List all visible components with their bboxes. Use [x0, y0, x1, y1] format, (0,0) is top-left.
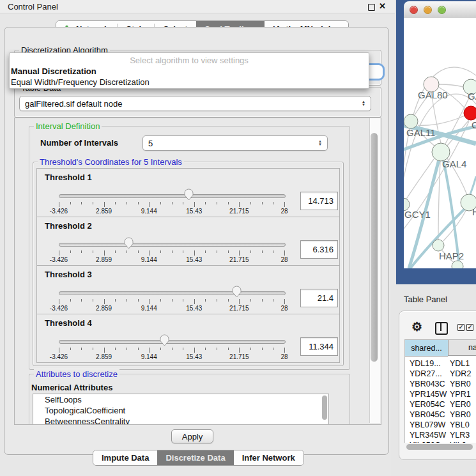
bottom-tabbar: Impute DataDiscretize DataInfer Network — [93, 450, 304, 466]
tab-impute-data[interactable]: Impute Data — [93, 450, 157, 465]
settings-scrollbar-thumb[interactable] — [371, 133, 378, 362]
tab-discretize-data[interactable]: Discretize Data — [157, 450, 233, 465]
tick-label: 2.859 — [96, 305, 112, 312]
tick-label: 9.144 — [141, 208, 157, 215]
table-hscrollbar-thumb[interactable] — [406, 444, 473, 450]
threshold-slider-track[interactable] — [59, 340, 286, 344]
settings-viewport: Interval Definition Number of Intervals … — [14, 118, 381, 425]
minor-tick — [273, 250, 273, 253]
threshold-value-field[interactable]: 14.713 — [300, 192, 338, 210]
attribute-list-item[interactable]: BetweennessCentrality — [33, 416, 328, 425]
minor-tick — [70, 202, 71, 204]
major-tick — [59, 250, 59, 256]
threshold-slider-track[interactable] — [59, 291, 286, 295]
popup-item-manual-discretization[interactable]: Manual Discretization — [11, 66, 96, 76]
threshold-slider-handle[interactable] — [232, 286, 242, 298]
checkbox-icon[interactable]: ✓ — [466, 324, 473, 331]
table-data-combobox[interactable]: galFiltered.sif default node ▲▼ — [19, 96, 371, 111]
network-node[interactable] — [404, 114, 418, 128]
threshold-value-field[interactable]: 21.4 — [300, 289, 338, 307]
minor-tick — [250, 348, 251, 350]
major-tick — [149, 299, 150, 304]
minor-tick — [93, 202, 93, 204]
minor-tick — [127, 202, 127, 204]
minimize-traffic-light-icon[interactable] — [424, 6, 432, 14]
table-cell[interactable]: YBR045C — [410, 410, 445, 419]
threshold-slider-track[interactable] — [59, 194, 286, 198]
major-tick — [104, 348, 105, 353]
network-node[interactable] — [433, 240, 444, 251]
network-canvas[interactable]: GAL80GACGAL11GAL4GCY1HHAP2 — [404, 18, 476, 268]
major-tick — [104, 250, 105, 256]
minor-tick — [160, 299, 161, 302]
table-cell[interactable]: YPR145W — [410, 390, 447, 399]
minor-tick — [205, 299, 206, 302]
num-intervals-label: Number of Intervals — [40, 138, 118, 148]
table-cell[interactable]: YBR0 — [450, 410, 471, 419]
table-cell[interactable]: YBR0 — [450, 380, 471, 388]
table-cell[interactable]: YBL079W — [410, 420, 445, 429]
attribute-list-item[interactable]: SelfLoops — [33, 394, 328, 405]
zoom-traffic-light-icon[interactable] — [438, 6, 446, 14]
threshold-label: Threshold 1 — [45, 173, 92, 182]
threshold-slider-handle[interactable] — [184, 188, 194, 201]
table-cell[interactable]: YIL0 — [450, 441, 466, 443]
close-traffic-light-icon[interactable] — [410, 6, 418, 14]
minor-tick — [115, 250, 116, 253]
float-window-icon[interactable] — [368, 4, 375, 11]
minor-tick — [172, 250, 173, 253]
table-cell[interactable]: YPR1 — [450, 390, 471, 399]
node-label: C — [472, 119, 476, 130]
tick-label: 21.715 — [229, 305, 249, 312]
table-cell[interactable]: YDR2 — [450, 369, 471, 378]
apply-button[interactable]: Apply — [171, 429, 213, 443]
major-tick — [194, 299, 195, 304]
minor-tick — [160, 348, 161, 350]
network-node[interactable] — [464, 106, 476, 120]
attribute-list-item[interactable]: TopologicalCoefficient — [33, 405, 328, 416]
minor-tick — [70, 299, 71, 302]
teal-edge — [443, 160, 459, 261]
table-cell[interactable]: YDR27... — [410, 369, 442, 378]
column-header-name[interactable]: na — [448, 340, 476, 356]
table-cell[interactable]: YBL0 — [450, 420, 470, 429]
close-icon[interactable]: ✕ — [379, 1, 386, 11]
threshold-value-field[interactable]: 11.344 — [300, 337, 338, 356]
minor-tick — [183, 299, 183, 302]
threshold-slider-track[interactable] — [59, 243, 286, 247]
node-table[interactable]: shared... na YDL19...YDL1YDR27...YDR2YBR… — [404, 339, 476, 443]
popup-item-equal-width[interactable]: Equal Width/Frequency Discretization — [11, 77, 150, 87]
minor-tick — [183, 202, 183, 204]
table-cell[interactable]: YLR3 — [450, 431, 470, 440]
minor-tick — [172, 299, 173, 302]
split-columns-icon[interactable] — [435, 322, 448, 335]
table-data-combobox-value: galFiltered.sif default node — [25, 99, 359, 109]
table-cell[interactable]: YLR345W — [410, 431, 446, 440]
table-cell[interactable]: YDL1 — [450, 359, 470, 368]
checkbox-icon[interactable]: ✓ — [457, 324, 464, 331]
attributes-list-scrollbar[interactable] — [322, 395, 327, 420]
table-cell[interactable]: YBR043C — [410, 380, 445, 388]
minor-tick — [250, 250, 251, 253]
table-cell[interactable]: YDL19... — [410, 359, 441, 368]
node-label: GA — [468, 91, 476, 102]
tab-infer-network[interactable]: Infer Network — [234, 450, 303, 465]
tick-label: 2.859 — [96, 353, 112, 360]
table-cell[interactable]: YER0 — [450, 400, 471, 409]
tick-label: 21.715 — [229, 208, 249, 215]
minor-tick — [115, 202, 116, 204]
threshold-slider-handle[interactable] — [160, 334, 169, 346]
column-header-shared[interactable]: shared... — [405, 340, 448, 357]
major-tick — [194, 250, 195, 256]
minor-tick — [217, 250, 217, 253]
num-intervals-combobox[interactable]: 5 ▲▼ — [142, 135, 328, 151]
tab-label: Discretize Data — [165, 453, 225, 463]
minor-tick — [262, 348, 263, 350]
numerical-attributes-list[interactable]: SelfLoopsTopologicalCoefficientBetweenne… — [33, 394, 329, 425]
table-cell[interactable]: YIL052C — [410, 441, 441, 443]
tick-label: 28 — [280, 353, 288, 360]
gear-icon[interactable]: ⚙ — [411, 319, 422, 334]
threshold-slider-handle[interactable] — [124, 237, 134, 249]
threshold-value-field[interactable]: 6.316 — [300, 240, 338, 259]
table-cell[interactable]: YER054C — [410, 400, 445, 409]
